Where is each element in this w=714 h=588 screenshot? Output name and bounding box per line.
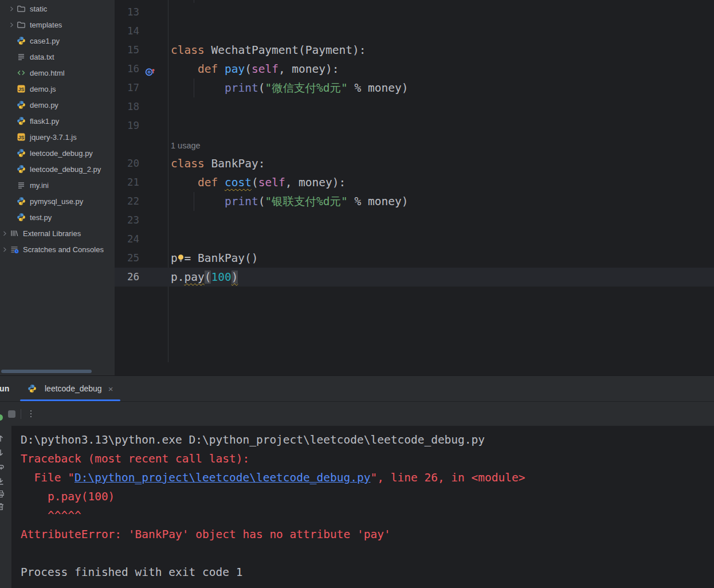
console-line: Traceback (most recent call last): [21, 449, 714, 468]
gutter[interactable]: 15 [115, 41, 171, 60]
intention-bulb-icon[interactable] [178, 249, 185, 268]
tree-item-test-py[interactable]: test.py [0, 209, 115, 225]
code-text[interactable] [171, 211, 714, 230]
gutter[interactable] [115, 135, 171, 154]
editor-inlay-row[interactable]: 1 usage [115, 135, 714, 154]
code-text[interactable] [171, 116, 714, 135]
editor-line-15[interactable]: 15class WechatPayment(Payment): [115, 41, 714, 60]
editor-line-24[interactable]: 24 [115, 230, 714, 249]
editor-line-14[interactable]: 14 [115, 22, 714, 41]
tab-leetcode-debug[interactable]: leetcode_debug × [20, 376, 120, 401]
line-number: 21 [115, 173, 139, 192]
scroll-up-icon[interactable] [0, 434, 5, 443]
code-text[interactable]: p= BankPay() [171, 249, 714, 268]
code-text[interactable]: def pay(self, money): [171, 60, 714, 79]
code-text[interactable]: p.pay(100) [171, 268, 714, 287]
gutter[interactable]: 25 [115, 249, 171, 268]
tree-item-flask1-py[interactable]: flask1.py [0, 113, 115, 129]
tree-item-static[interactable]: static [0, 1, 115, 17]
console-text: File " [21, 471, 74, 484]
usages-inlay-hint[interactable]: 1 usage [171, 141, 201, 150]
editor-line-16[interactable]: 16 def pay(self, money): [115, 60, 714, 79]
tree-item-label: jquery-3.7.1.js [30, 133, 77, 142]
editor-line-23[interactable]: 23 [115, 211, 714, 230]
more-options-button[interactable] [26, 407, 36, 420]
tree-item-pymysql-use-py[interactable]: pymysql_use.py [0, 193, 115, 209]
editor-line-17[interactable]: 17 print("微信支付%d元" % money) [115, 79, 714, 97]
code-text[interactable]: print("微信支付%d元" % money) [171, 79, 714, 97]
tree-indent [8, 164, 17, 174]
print-icon[interactable] [0, 489, 5, 499]
gutter[interactable]: 23 [115, 211, 171, 230]
project-tree: statictemplatescase1.pydata.txtdemo.html… [0, 0, 115, 257]
run-toolwindow-title: Run [0, 376, 9, 401]
tree-item-scratches-and-consoles[interactable]: Scratches and Consoles [0, 241, 115, 257]
recursion-icon[interactable] [144, 64, 156, 75]
editor-line-19[interactable]: 19 [115, 116, 714, 135]
gutter[interactable]: 17 [115, 79, 171, 97]
tree-item-leetcode-debug-py[interactable]: leetcode_debug.py [0, 145, 115, 161]
tree-item-my-ini[interactable]: my.ini [0, 177, 115, 193]
gutter[interactable]: 24 [115, 230, 171, 249]
editor-line-25[interactable]: 25p= BankPay() [115, 249, 714, 268]
horizontal-scrollbar-thumb[interactable] [1, 370, 92, 373]
scroll-to-end-icon[interactable] [0, 477, 5, 486]
editor-line-22[interactable]: 22 print("银联支付%d元" % money) [115, 192, 714, 211]
editor-line-13[interactable]: 13 [115, 3, 714, 22]
chevron-right-icon[interactable] [1, 229, 10, 238]
chevron-right-icon[interactable] [8, 4, 17, 13]
code-editor[interactable]: 131415class WechatPayment(Payment):16 de… [115, 0, 714, 375]
tree-indent [8, 181, 17, 190]
gutter[interactable]: 20 [115, 154, 171, 173]
gutter[interactable]: 19 [115, 116, 171, 135]
gutter[interactable]: 22 [115, 192, 171, 211]
code-text[interactable] [171, 230, 714, 249]
close-icon[interactable]: × [108, 384, 113, 394]
code-text[interactable]: def cost(self, money): [171, 173, 714, 192]
gutter[interactable]: 18 [115, 97, 171, 116]
editor-line-18[interactable]: 18 [115, 97, 714, 116]
editor-line-21[interactable]: 21 def cost(self, money): [115, 173, 714, 192]
code-text[interactable]: class BankPay: [171, 154, 714, 173]
gutter[interactable]: 26 [115, 268, 171, 287]
editor-line-26[interactable]: 26p.pay(100) [115, 268, 714, 287]
tree-item-demo-js[interactable]: JSdemo.js [0, 81, 115, 97]
tree-item-case1-py[interactable]: case1.py [0, 33, 115, 49]
console-output[interactable]: D:\python3.13\python.exe D:\python_proje… [11, 426, 714, 588]
scroll-down-icon[interactable] [0, 448, 5, 457]
code-text[interactable]: 1 usage [171, 135, 714, 154]
console-text: ", line 26, in <module> [370, 471, 525, 484]
tree-item-templates[interactable]: templates [0, 17, 115, 33]
gutter[interactable]: 16 [115, 60, 171, 79]
console-text: D:\python3.13\python.exe D:\python_proje… [21, 433, 485, 446]
gutter[interactable]: 14 [115, 22, 171, 41]
code-text[interactable] [171, 3, 714, 22]
code-text[interactable]: class WechatPayment(Payment): [171, 41, 714, 60]
python-icon [17, 116, 26, 126]
stop-button[interactable] [8, 410, 15, 418]
tree-item-demo-py[interactable]: demo.py [0, 97, 115, 113]
rerun-icon[interactable] [0, 414, 3, 421]
console-line: p.pay(100) [21, 487, 714, 506]
token: ( [252, 176, 258, 189]
tree-item-label: data.txt [30, 53, 54, 61]
code-text[interactable] [171, 97, 714, 116]
token: "银联支付%d元" [265, 195, 347, 208]
code-text[interactable] [171, 22, 714, 41]
code-text[interactable]: print("银联支付%d元" % money) [171, 192, 714, 211]
chevron-right-icon[interactable] [1, 245, 10, 254]
soft-wrap-icon[interactable] [0, 462, 5, 472]
gutter[interactable]: 21 [115, 173, 171, 192]
clear-icon[interactable] [0, 502, 5, 511]
editor-line-20[interactable]: 20class BankPay: [115, 154, 714, 173]
tree-item-leetcode-debug-2-py[interactable]: leetcode_debug_2.py [0, 161, 115, 177]
gutter[interactable]: 13 [115, 3, 171, 22]
chevron-right-icon[interactable] [8, 20, 17, 29]
tree-item-external-libraries[interactable]: External Libraries [0, 225, 115, 241]
stacktrace-file-link[interactable]: D:\python_project\leetcode\leetcode_debu… [74, 471, 371, 484]
tree-item-jquery-3-7-1-js[interactable]: JSjquery-3.7.1.js [0, 129, 115, 145]
tree-item-demo-html[interactable]: demo.html [0, 65, 115, 81]
tree-item-data-txt[interactable]: data.txt [0, 49, 115, 65]
console-line: AttributeError: 'BankPay' object has no … [21, 525, 714, 544]
scratch-icon [10, 245, 19, 254]
